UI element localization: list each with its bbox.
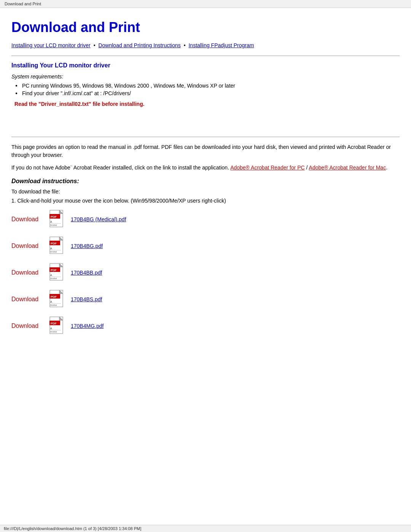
download-row-3: Download PDF A Acrobat 170B4BS.pdf bbox=[11, 290, 400, 309]
status-bar: file:///D|/L/english/download/download.h… bbox=[0, 525, 411, 532]
download-row-2: Download PDF A Acrobat 170B4BB.pdf bbox=[11, 263, 400, 282]
svg-text:PDF: PDF bbox=[51, 295, 57, 299]
svg-text:PDF: PDF bbox=[51, 268, 57, 272]
pdf-icon-4[interactable]: PDF A Acrobat bbox=[49, 316, 66, 335]
pdf-icon-0[interactable]: PDF A Acrobat bbox=[49, 210, 66, 229]
pdf-info-prefix: If you do not have Adobe¨ Acrobat Reader… bbox=[11, 165, 230, 171]
download-section: Download instructions: To download the f… bbox=[11, 178, 400, 335]
download-row-0: Download PDF A Acrobat 170B4BG (Medical)… bbox=[11, 210, 400, 229]
svg-text:Acrobat: Acrobat bbox=[50, 251, 57, 253]
svg-text:A: A bbox=[50, 274, 52, 276]
pdf-info-section: This page provides an option to read the… bbox=[11, 143, 400, 172]
download-file-link-3[interactable]: 170B4BS.pdf bbox=[71, 296, 102, 302]
download-instruction1: To download the file: bbox=[11, 189, 400, 195]
download-file-link-0[interactable]: 170B4BG (Medical).pdf bbox=[71, 216, 126, 222]
download-label-3: Download bbox=[11, 296, 49, 303]
browser-tab-bar: Download and Print bbox=[0, 0, 411, 8]
download-file-link-2[interactable]: 170B4BB.pdf bbox=[71, 270, 102, 276]
click-instruction: 1. Click-and-hold your mouse over the ic… bbox=[11, 198, 400, 204]
download-row-1: Download PDF A Acrobat 170B4BG.pdf bbox=[11, 236, 400, 256]
download-heading: Download instructions: bbox=[11, 178, 400, 185]
page-title: Download and Print bbox=[11, 19, 400, 35]
page-content: Download and Print Installing your LCD m… bbox=[0, 8, 411, 358]
spacer-1 bbox=[11, 110, 400, 133]
svg-text:Acrobat: Acrobat bbox=[50, 304, 57, 306]
system-requirements-label: System requirements: bbox=[11, 73, 400, 80]
svg-text:A: A bbox=[50, 220, 52, 223]
download-file-link-1[interactable]: 170B4BG.pdf bbox=[71, 243, 103, 249]
pdf-info-paragraph1: This page provides an option to read the… bbox=[11, 143, 400, 159]
svg-text:A: A bbox=[50, 300, 52, 303]
breadcrumb: Installing your LCD monitor driver • Dow… bbox=[11, 42, 400, 50]
pdf-icon-2[interactable]: PDF A Acrobat bbox=[49, 263, 66, 282]
svg-text:A: A bbox=[50, 247, 52, 250]
download-label-2: Download bbox=[11, 269, 49, 276]
download-label-1: Download bbox=[11, 243, 49, 249]
divider-middle bbox=[11, 137, 400, 137]
download-label-0: Download bbox=[11, 216, 49, 223]
requirements-list: PC running Windows 95, Windows 98, Windo… bbox=[11, 83, 400, 96]
divider-top bbox=[11, 56, 400, 56]
breadcrumb-link-lcd-driver[interactable]: Installing your LCD monitor driver bbox=[11, 42, 91, 48]
svg-text:PDF: PDF bbox=[51, 215, 57, 219]
adobe-pc-link[interactable]: Adobe® Acrobat Reader for PC bbox=[230, 165, 305, 171]
requirement-item-1: PC running Windows 95, Windows 98, Windo… bbox=[15, 83, 400, 89]
browser-tab-label: Download and Print bbox=[5, 2, 41, 6]
pdf-icon-1[interactable]: PDF A Acrobat bbox=[49, 236, 66, 256]
requirement-item-2: Find your driver ".inf/.icm/.cat" at : /… bbox=[15, 90, 400, 96]
breadcrumb-link-fpadjust[interactable]: Installing FPadjust Program bbox=[188, 42, 254, 48]
svg-text:Acrobat: Acrobat bbox=[50, 224, 57, 226]
breadcrumb-separator-2: • bbox=[184, 42, 187, 48]
pdf-info-paragraph2: If you do not have Adobe¨ Acrobat Reader… bbox=[11, 164, 400, 172]
lcd-driver-section: Installing Your LCD monitor driver Syste… bbox=[11, 62, 400, 107]
pdf-suffix: . bbox=[386, 165, 387, 171]
svg-text:Acrobat: Acrobat bbox=[50, 331, 57, 333]
lcd-driver-heading: Installing Your LCD monitor driver bbox=[11, 62, 400, 69]
pdf-separator: / bbox=[305, 165, 309, 171]
svg-text:Acrobat: Acrobat bbox=[50, 277, 57, 280]
svg-text:A: A bbox=[50, 327, 52, 330]
breadcrumb-link-download-printing[interactable]: Download and Printing Instructions bbox=[98, 42, 180, 48]
download-file-link-4[interactable]: 170B4MG.pdf bbox=[71, 323, 104, 329]
breadcrumb-separator-1: • bbox=[94, 42, 97, 48]
svg-text:PDF: PDF bbox=[51, 322, 57, 325]
warning-text: Read the "Driver_install02.txt" file bef… bbox=[11, 101, 400, 107]
download-row-4: Download PDF A Acrobat 170B4MG.pdf bbox=[11, 316, 400, 335]
status-bar-text: file:///D|/L/english/download/download.h… bbox=[4, 526, 141, 531]
adobe-mac-link[interactable]: Adobe® Acrobat Reader for Mac bbox=[309, 165, 386, 171]
pdf-icon-3[interactable]: PDF A Acrobat bbox=[49, 290, 66, 309]
download-label-4: Download bbox=[11, 323, 49, 329]
svg-text:PDF: PDF bbox=[51, 242, 57, 245]
